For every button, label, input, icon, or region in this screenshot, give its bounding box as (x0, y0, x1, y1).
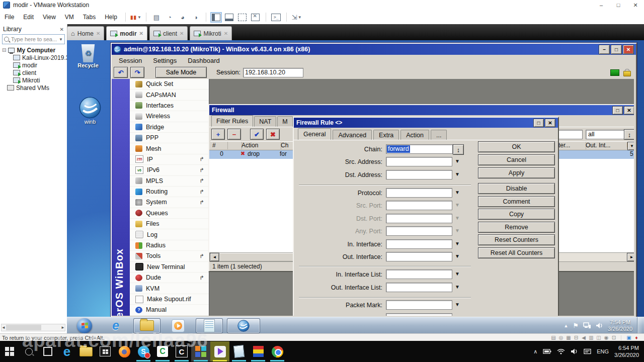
tree-item-kali[interactable]: Kali-Linux-2019.3 (0, 54, 67, 61)
suspend-vm-button[interactable]: ▮▮▼ (130, 12, 141, 22)
library-search-input[interactable]: Type here to sea... ▼ (2, 34, 65, 44)
console-view-button[interactable]: >_ (271, 12, 282, 22)
show-hidden-icons-button[interactable]: ▲ (564, 323, 568, 328)
ok-button[interactable]: OK (478, 141, 555, 152)
tab-client[interactable]: client ✕ (149, 26, 188, 40)
nav-radius[interactable]: Radius (130, 240, 209, 251)
remove-button[interactable]: Remove (478, 222, 555, 233)
manage-snapshots-button[interactable]: ◑ (190, 12, 201, 22)
taskbar-vmware[interactable] (191, 341, 210, 361)
winbox-close-button[interactable]: ✕ (623, 45, 634, 54)
session-input[interactable]: 192.168.10.20 (243, 68, 303, 77)
taskbar-edge[interactable]: e (57, 341, 76, 361)
desktop-icon-recycle-bin[interactable]: ♻ Recycle (72, 44, 104, 68)
menu-edit[interactable]: Edit (19, 10, 38, 24)
fullscreen-button[interactable]: ⇲▼ (291, 12, 302, 22)
desktop-icon-winbox[interactable]: winb (74, 97, 106, 125)
minimize-button[interactable]: – (593, 1, 610, 10)
network-device-icon[interactable]: ▦ (565, 335, 572, 341)
battery-icon[interactable] (543, 348, 551, 354)
nav-queues[interactable]: Queues (130, 208, 209, 219)
camera-device-icon[interactable]: ◉ (603, 335, 610, 341)
column-select-button[interactable]: ▼ (627, 142, 634, 150)
packet-mark-input[interactable] (386, 300, 452, 310)
dst-port-input[interactable] (386, 214, 452, 223)
tab-advanced[interactable]: Advanced (333, 130, 372, 140)
nav-system[interactable]: System↱ (130, 197, 209, 208)
volume-icon[interactable] (596, 322, 603, 329)
reset-counters-button[interactable]: Reset Counters (478, 234, 555, 245)
nav-kvm[interactable]: KVM (130, 283, 209, 294)
vm-taskbar-notepad[interactable] (196, 318, 223, 333)
col-in-interface[interactable]: ter... (556, 141, 586, 149)
tree-item-my-computer[interactable]: ⊟ My Computer (0, 46, 67, 54)
nav-new-terminal[interactable]: New Terminal (130, 262, 209, 273)
tab-mikroti[interactable]: Mikroti ✕ (190, 26, 232, 40)
any-port-input[interactable] (386, 226, 452, 236)
scroll-left-button[interactable]: ◄ (210, 253, 219, 261)
out-interface-list-input[interactable] (386, 283, 452, 292)
nav-routing[interactable]: Routing↱ (130, 187, 209, 197)
scroll-left-icon[interactable]: ◄ (2, 325, 6, 330)
printer-device-icon[interactable]: ⊟ (573, 335, 580, 341)
scroll-right-icon[interactable]: ► (61, 325, 65, 330)
reset-all-counters-button[interactable]: Reset All Counters (478, 247, 555, 258)
firewall-maximize-button[interactable]: □ (612, 106, 623, 115)
taskbar-firefox[interactable] (115, 341, 134, 361)
vm-taskbar-ie[interactable]: e (102, 318, 129, 333)
scroll-right-button[interactable]: ► (627, 253, 634, 261)
chain-combo-button[interactable]: ↨ (453, 144, 464, 155)
cancel-button[interactable]: Cancel (478, 154, 555, 165)
tab-close-icon[interactable]: ✕ (96, 31, 100, 36)
tab-home[interactable]: ⌂ Home ✕ (67, 26, 104, 40)
apply-button[interactable]: Apply (478, 167, 555, 178)
dropdown-icon[interactable]: ▼ (454, 269, 461, 279)
winbox-minimize-button[interactable]: – (599, 45, 610, 54)
add-rule-button[interactable]: + (211, 129, 225, 140)
vm-taskbar-media-player[interactable] (165, 318, 192, 333)
nav-quick-set[interactable]: Quick Set (130, 79, 209, 89)
task-view-button[interactable] (38, 341, 57, 361)
tab-more[interactable]: ... (431, 130, 447, 140)
dialog-close-button[interactable]: ✕ (545, 119, 555, 127)
tray-chevron-up[interactable]: ∧ (533, 348, 537, 355)
vm-start-button[interactable] (71, 318, 98, 333)
free-stretch-button[interactable] (250, 12, 261, 22)
scrollbar-thumb[interactable] (6, 325, 41, 330)
tab-filter-rules[interactable]: Filter Rules (211, 115, 253, 127)
dropdown-icon[interactable]: ▼ (454, 283, 461, 292)
sound-device-icon[interactable]: ◀ (580, 335, 587, 341)
dialog-maximize-button[interactable]: □ (533, 119, 544, 127)
fit-guest-button[interactable] (237, 12, 248, 22)
menu-session[interactable]: Session (114, 56, 147, 65)
taskbar-stripes-app[interactable] (249, 341, 268, 361)
close-button[interactable]: ✕ (627, 1, 644, 10)
nav-mpls[interactable]: MPLS↱ (130, 176, 209, 187)
nav-bridge[interactable]: Bridge (130, 122, 209, 133)
nav-tools[interactable]: Tools↱ (130, 251, 209, 261)
firewall-titlebar[interactable]: Firewall □ ✕ (209, 105, 634, 115)
tab-close-icon[interactable]: ✕ (180, 31, 184, 36)
undo-button[interactable]: ↶ (114, 67, 128, 78)
take-snapshot-button[interactable]: ◔ (164, 12, 175, 22)
maximize-button[interactable]: □ (610, 1, 627, 10)
tab-close-icon[interactable]: ✕ (139, 31, 143, 36)
dropdown-icon[interactable]: ▼ (454, 170, 461, 179)
connection-mark-input[interactable] (386, 313, 452, 316)
show-thumbnail-bar-button[interactable] (224, 12, 235, 22)
taskbar-skype[interactable]: S (134, 341, 153, 361)
firewall-close-button[interactable]: ✕ (624, 106, 634, 115)
show-library-button[interactable] (211, 12, 222, 22)
nav-ppp[interactable]: PPP (130, 133, 209, 143)
nav-log[interactable]: Log (130, 229, 209, 240)
network-icon[interactable] (583, 322, 591, 329)
col-out-interface[interactable]: Out. Int... (584, 141, 627, 149)
dropdown-icon[interactable]: ▼ (454, 252, 461, 261)
tab-close-icon[interactable]: ✕ (224, 31, 228, 36)
dropdown-icon[interactable]: ▼ (454, 313, 461, 316)
volume-icon[interactable] (571, 348, 578, 354)
chain-filter-select[interactable]: all (586, 130, 626, 139)
menu-tabs[interactable]: Tabs (78, 10, 100, 24)
chain-input[interactable]: forward (386, 144, 453, 154)
remove-rule-button[interactable]: − (227, 129, 241, 140)
